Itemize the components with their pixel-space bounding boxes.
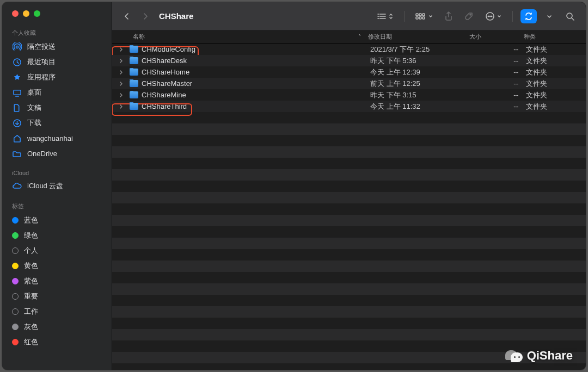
main-pane: CHShare (112, 2, 586, 370)
table-row[interactable]: CHShareHome 今天 上午 12:39 -- 文件夹 (112, 66, 586, 78)
disclose-toggle[interactable] (112, 70, 130, 75)
sidebar-tag-label: 红色 (24, 337, 38, 347)
watermark: QiShare (505, 348, 573, 363)
more-button[interactable] (482, 9, 505, 23)
disclose-toggle[interactable] (112, 92, 130, 98)
dropdown-button[interactable] (541, 9, 558, 23)
share-button[interactable] (440, 9, 457, 23)
traffic-lights (2, 10, 112, 26)
sidebar-tag[interactable]: 重要 (2, 289, 112, 304)
sidebar-item[interactable]: 最近项目 (2, 54, 112, 70)
empty-row (112, 192, 586, 203)
sidebar-item[interactable]: OneDrive (2, 146, 112, 161)
column-size[interactable]: 大小 (466, 33, 520, 41)
sidebar-item[interactable]: wangchuanhai (2, 131, 112, 146)
close-button[interactable] (12, 10, 19, 17)
sidebar-item[interactable]: iCloud 云盘 (2, 178, 112, 194)
maximize-button[interactable] (34, 10, 40, 17)
search-button[interactable] (562, 9, 578, 23)
sync-button[interactable] (520, 9, 537, 23)
file-size: -- (471, 91, 526, 99)
table-row[interactable]: CHShareMine 昨天 下午 3:15 -- 文件夹 (112, 89, 586, 101)
sidebar-item[interactable]: 隔空投送 (2, 39, 112, 54)
sidebar-item-label: 文稿 (27, 103, 41, 113)
sidebar-tag-label: 灰色 (24, 322, 38, 332)
file-list[interactable]: CHModuleConfig 2021/3/7 下午 2:25 -- 文件夹 C… (112, 44, 586, 370)
empty-row (112, 169, 586, 181)
svg-point-13 (489, 16, 490, 16)
sort-indicator-icon: ˄ (354, 34, 365, 40)
sidebar-item[interactable]: 文稿 (2, 100, 112, 115)
empty-row (112, 226, 586, 238)
svg-point-14 (491, 16, 492, 16)
sidebar-item-label: 最近项目 (27, 57, 56, 67)
file-date: 2021/3/7 下午 2:25 (370, 45, 471, 54)
empty-row (112, 112, 586, 123)
window-title: CHShare (159, 11, 193, 21)
sidebar-item[interactable]: 桌面 (2, 85, 112, 100)
list-header: 名称 ˄ 修改日期 大小 种类 (112, 30, 586, 44)
file-date: 今天 上午 11:32 (370, 102, 471, 111)
tag-dot-icon (12, 232, 19, 239)
table-row[interactable]: CHShareDesk 昨天 下午 5:36 -- 文件夹 (112, 55, 586, 66)
sidebar-tag[interactable]: 黄色 (2, 258, 112, 274)
folder-icon (130, 69, 138, 76)
disclose-toggle[interactable] (112, 104, 130, 109)
toolbar-separator (404, 11, 405, 22)
column-date[interactable]: 修改日期 (365, 33, 466, 41)
file-date: 今天 上午 12:39 (370, 67, 471, 77)
file-size: -- (471, 57, 526, 65)
sidebar-tag-label: 紫色 (24, 276, 38, 286)
file-name-cell: CHModuleConfig (130, 45, 359, 53)
empty-row (112, 181, 586, 192)
group-by-button[interactable] (412, 9, 436, 23)
forward-button[interactable] (138, 9, 152, 23)
sidebar-tag[interactable]: 红色 (2, 334, 112, 350)
empty-row (112, 261, 586, 272)
tag-dot-icon (12, 263, 19, 269)
sidebar-item[interactable]: 应用程序 (2, 70, 112, 85)
view-list-button[interactable] (373, 9, 396, 23)
tag-button[interactable] (461, 9, 477, 23)
sidebar-tag-label: 蓝色 (24, 215, 38, 225)
file-size: -- (471, 68, 526, 76)
sidebar-item-label: iCloud 云盘 (27, 181, 63, 191)
sidebar-item-label: 桌面 (27, 88, 41, 97)
sidebar-tag-label: 重要 (24, 292, 38, 301)
table-row[interactable]: CHModuleConfig 2021/3/7 下午 2:25 -- 文件夹 (112, 44, 586, 55)
finder-window: 个人收藏 隔空投送 最近项目 应用程序 桌面 文稿 下载 wangchuanha… (2, 2, 586, 370)
file-size: -- (471, 45, 526, 53)
tag-dot-icon (12, 217, 19, 224)
disclose-toggle[interactable] (112, 58, 130, 64)
svg-point-10 (470, 14, 471, 15)
doc-icon (12, 103, 22, 113)
folder-icon (130, 46, 138, 53)
sidebar-tag[interactable]: 工作 (2, 304, 112, 319)
back-button[interactable] (120, 9, 134, 23)
empty-row (112, 318, 586, 329)
sidebar-item[interactable]: 下载 (2, 115, 112, 131)
minimize-button[interactable] (23, 10, 29, 17)
svg-rect-2 (13, 90, 20, 95)
sidebar-tag[interactable]: 蓝色 (2, 213, 112, 228)
sidebar-tag[interactable]: 个人 (2, 243, 112, 258)
home-icon (12, 133, 22, 143)
sidebar-tag[interactable]: 绿色 (2, 228, 112, 243)
svg-rect-6 (422, 14, 425, 16)
sidebar-tag[interactable]: 紫色 (2, 274, 112, 289)
table-row[interactable]: CHShareThird 今天 上午 11:32 -- 文件夹 (112, 101, 586, 112)
column-name[interactable]: 名称 (130, 33, 354, 41)
sidebar: 个人收藏 隔空投送 最近项目 应用程序 桌面 文稿 下载 wangchuanha… (2, 2, 112, 370)
column-kind[interactable]: 种类 (520, 33, 580, 41)
file-name-cell: CHShareMaster (130, 79, 359, 88)
table-row[interactable]: CHShareMaster 前天 上午 12:25 -- 文件夹 (112, 78, 586, 89)
sidebar-tag[interactable]: 灰色 (2, 319, 112, 334)
disclose-toggle[interactable] (112, 81, 130, 86)
sidebar-item-label: wangchuanhai (27, 134, 73, 142)
folder-icon (130, 103, 138, 110)
empty-row (112, 329, 586, 340)
empty-row (112, 146, 586, 158)
disclose-toggle[interactable] (112, 47, 130, 52)
tag-dot-icon (12, 293, 19, 300)
empty-row (112, 215, 586, 226)
